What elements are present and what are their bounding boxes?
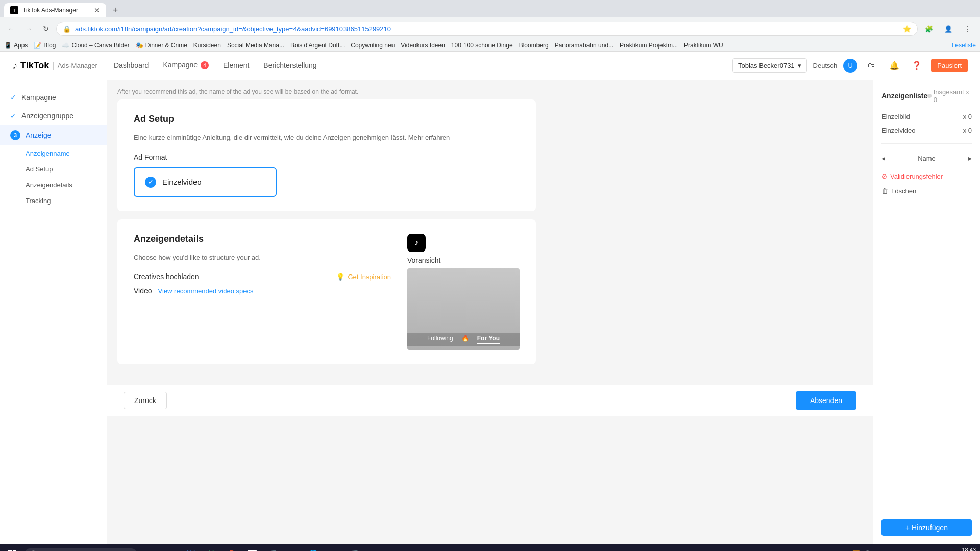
profile-button[interactable]: 👤: [940, 20, 957, 37]
help-icon[interactable]: ❓: [909, 58, 925, 74]
panel-einzelvideo-row: Einzelvideo x 0: [881, 126, 972, 135]
panel-left-arrow[interactable]: ◂: [881, 154, 885, 162]
anzeigendetails-title: Anzeigendetails: [134, 234, 391, 244]
get-inspiration-button[interactable]: 💡 Get Inspiration: [336, 273, 391, 281]
validation-error: ⊘ Validierungsfehler: [881, 172, 972, 180]
account-name: Tobias Becker0731: [738, 62, 795, 69]
bookmark-copy[interactable]: Copywriting neu: [351, 42, 395, 49]
taskbar-ppt[interactable]: P: [223, 545, 241, 551]
taskbar-app10[interactable]: 🎵: [345, 545, 363, 551]
panel-header: Anzeigenliste Insgesamt x 0: [881, 88, 972, 104]
bookmark-wu[interactable]: Praktikum WU: [684, 42, 723, 49]
sidebar-sub-anzeigenname[interactable]: Anzeigenname: [0, 145, 107, 161]
anzeigendetails-card: Anzeigendetails Choose how you'd like to…: [117, 219, 536, 364]
back-nav-button[interactable]: ←: [4, 21, 18, 36]
taskbar-search[interactable]: 🔍: [24, 548, 137, 551]
taskbar-time-display: 18:43: [948, 546, 976, 551]
for-you-tab[interactable]: For You: [477, 335, 500, 344]
sidebar-item-anzeige[interactable]: 3 Anzeige: [0, 125, 107, 145]
nav-kampagne[interactable]: Kampagne 4: [163, 52, 209, 80]
bookmark-100[interactable]: 100 100 schöne Dinge: [451, 42, 513, 49]
bookmark-apps[interactable]: 📱 Apps: [4, 42, 28, 49]
bookmark-blog[interactable]: 📝 Blog: [34, 42, 56, 49]
video-label: Video: [134, 287, 152, 295]
account-selector[interactable]: Tobias Becker0731 ▾: [732, 58, 807, 73]
ad-format-label: Ad Format: [134, 153, 520, 161]
ad-setup-title: Ad Setup: [134, 114, 520, 124]
bookmark-bloomberg[interactable]: Bloomberg: [519, 42, 549, 49]
following-tab[interactable]: Following: [427, 335, 453, 344]
tiktok-preview-icon: ♪: [407, 234, 426, 252]
address-bar[interactable]: 🔒 ads.tiktok.com/i18n/campaign/ad/creati…: [56, 22, 918, 36]
taskbar-chrome[interactable]: 🌐: [304, 545, 323, 551]
extensions-button[interactable]: 🧩: [921, 20, 937, 37]
submit-button[interactable]: Absenden: [796, 391, 856, 410]
inspiration-label: Get Inspiration: [348, 273, 391, 281]
sidebar-label-kampagne: Kampagne: [21, 93, 56, 102]
bookmark-dinner[interactable]: 🎭 Dinner & Crime: [136, 42, 187, 49]
nav-dashboard[interactable]: Dashboard: [114, 52, 149, 80]
taskbar-word[interactable]: W: [182, 545, 200, 551]
back-button[interactable]: Zurück: [124, 392, 167, 409]
einzelvideo-count: x 0: [963, 127, 972, 134]
delete-button[interactable]: 🗑 Löschen: [881, 187, 972, 195]
user-icon[interactable]: U: [843, 59, 857, 73]
taskbar-excel[interactable]: X: [202, 545, 220, 551]
creatives-row: Creatives hochladen 💡 Get Inspiration: [134, 272, 391, 281]
bookmark-kurs[interactable]: Kursideen: [193, 42, 221, 49]
sidebar-sub-anzeigendetails[interactable]: Anzeigendetails: [0, 177, 107, 193]
ad-format-einzelvideo[interactable]: ✓ Einzelvideo: [134, 167, 277, 197]
nav-element[interactable]: Element: [223, 52, 249, 80]
browser-tab[interactable]: T TikTok Ads-Manager ✕: [4, 3, 106, 17]
leseliste-link[interactable]: Leseliste: [952, 42, 976, 49]
new-tab-button[interactable]: +: [108, 3, 122, 17]
forward-nav-button[interactable]: →: [21, 21, 36, 36]
taskbar-app7[interactable]: 📧: [284, 545, 302, 551]
panel-right-arrow[interactable]: ▸: [968, 154, 972, 162]
taskbar-explorer[interactable]: 📁: [161, 545, 180, 551]
bookmark-video[interactable]: Videokurs Ideen: [401, 42, 445, 49]
taskbar-app9[interactable]: 🎮: [325, 545, 343, 551]
einzelvideo-label: Einzelvideo: [881, 127, 916, 134]
creatives-label: Creatives hochladen: [134, 272, 199, 281]
check-icon-2: ✓: [10, 112, 16, 120]
add-button[interactable]: + Hinzufügen: [881, 519, 972, 536]
bookmark-panorama[interactable]: Panoramabahn und...: [555, 42, 614, 49]
error-icon: ⊘: [881, 172, 887, 180]
sidebar-sub-adsetup[interactable]: Ad Setup: [0, 161, 107, 177]
language-selector[interactable]: Deutsch: [813, 62, 838, 69]
cart-icon[interactable]: 🛍: [864, 58, 880, 74]
sidebar-sub-tracking[interactable]: Tracking: [0, 193, 107, 209]
bookmark-canva[interactable]: ☁️ Cloud – Canva Bilder: [62, 42, 129, 49]
app-logo: ♪ TikTok | Ads-Manager: [12, 60, 97, 71]
nav-berichterstellung[interactable]: Berichterstellung: [263, 52, 316, 80]
logo-tiktok: TikTok: [20, 60, 49, 71]
taskbar-app5[interactable]: 📊: [243, 545, 261, 551]
tab-close-button[interactable]: ✕: [94, 6, 100, 14]
info-banner: After you recommend this ad, the name of…: [117, 80, 536, 99]
pause-button[interactable]: Pausiert: [931, 59, 968, 72]
nav-right: Tobias Becker0731 ▾ Deutsch U 🛍 🔔 ❓ Paus…: [732, 58, 968, 74]
taskbar: 🔍 ⊞ 📁 W X P 📊 🎵 📧 🌐 🎮 🎵 📶 🔊 17°C Regen k…: [0, 544, 980, 551]
video-specs-link[interactable]: View recommended video specs: [158, 287, 254, 295]
sidebar-label-anzeige: Anzeige: [26, 131, 52, 139]
taskbar-taskview[interactable]: ⊞: [141, 545, 159, 551]
reload-button[interactable]: ↻: [39, 21, 53, 36]
logo-ads-manager: Ads-Manager: [58, 62, 97, 69]
lightbulb-icon: 💡: [336, 273, 345, 281]
sidebar-label-anzeigengruppe: Anzeigengruppe: [21, 112, 74, 120]
bottom-bar: Zurück Absenden: [107, 385, 873, 416]
bookmark-praktikum[interactable]: Praktikum Projektm...: [620, 42, 678, 49]
sidebar-item-kampagne[interactable]: ✓ Kampagne: [0, 88, 107, 107]
ad-setup-description: Eine kurze einminütige Anleitung, die di…: [134, 133, 520, 143]
step-number-3: 3: [10, 130, 20, 140]
bookmark-bois[interactable]: Bois d'Argent Duft...: [290, 42, 345, 49]
bell-icon[interactable]: 🔔: [886, 58, 902, 74]
favicon: T: [10, 6, 18, 14]
sidebar-item-anzeigengruppe[interactable]: ✓ Anzeigengruppe: [0, 107, 107, 125]
windows-start-button[interactable]: [4, 546, 20, 551]
menu-button[interactable]: ⋮: [960, 20, 976, 37]
taskbar-app6[interactable]: 🎵: [263, 545, 282, 551]
bookmark-social[interactable]: Social Media Mana...: [227, 42, 284, 49]
panel-einzelbild-row: Einzelbild x 0: [881, 112, 972, 121]
